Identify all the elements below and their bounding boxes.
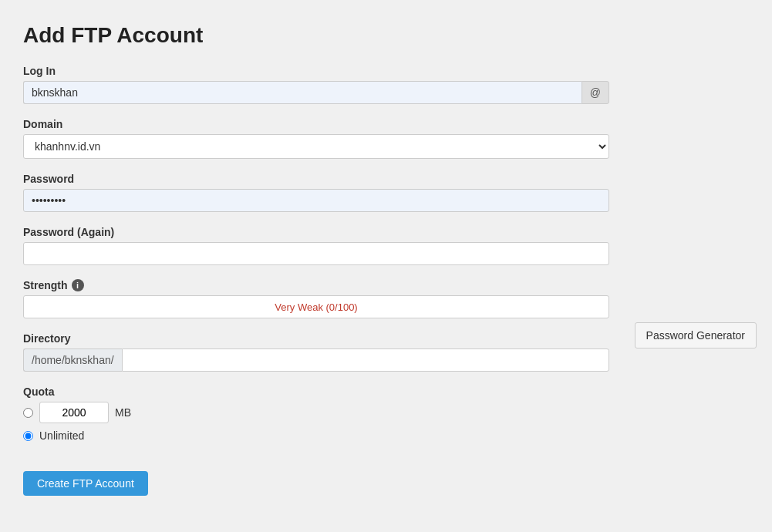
quota-field-group: Quota MB Unlimited [23, 386, 609, 442]
login-label: Log In [23, 65, 609, 77]
login-input-wrapper: @ [23, 81, 609, 104]
password-input[interactable] [23, 189, 609, 212]
password-again-label: Password (Again) [23, 226, 609, 238]
domain-label: Domain [23, 118, 609, 130]
password-generator-button[interactable]: Password Generator [635, 322, 757, 348]
quota-mb-row: MB [23, 402, 609, 423]
password-label: Password [23, 173, 609, 185]
password-again-field-group: Password (Again) [23, 226, 609, 265]
directory-input-wrapper: /home/bknskhan/ [23, 348, 609, 372]
quota-label: Quota [23, 386, 609, 398]
quota-unlimited-row: Unlimited [23, 429, 609, 442]
directory-input[interactable] [122, 348, 609, 372]
quota-unit: MB [115, 406, 131, 419]
strength-field-group: Strength i Very Weak (0/100) [23, 279, 609, 318]
password-again-input[interactable] [23, 242, 609, 265]
page-title: Add FTP Account [23, 23, 749, 48]
at-symbol: @ [582, 81, 609, 104]
login-field-group: Log In @ [23, 65, 609, 104]
password-field-group: Password [23, 173, 609, 212]
directory-field-group: Directory /home/bknskhan/ [23, 332, 609, 372]
strength-label: Strength i [23, 279, 609, 291]
quota-radio-mb[interactable] [23, 408, 33, 418]
directory-prefix: /home/bknskhan/ [23, 348, 122, 372]
quota-input[interactable] [39, 402, 109, 423]
domain-select[interactable]: khanhnv.id.vn [23, 134, 609, 159]
create-ftp-account-button[interactable]: Create FTP Account [23, 471, 148, 496]
quota-radio-unlimited[interactable] [23, 431, 33, 441]
directory-label: Directory [23, 332, 609, 345]
login-input[interactable] [23, 81, 582, 104]
quota-section: MB Unlimited [23, 402, 609, 442]
domain-field-group: Domain khanhnv.id.vn [23, 118, 609, 159]
strength-info-icon[interactable]: i [72, 279, 84, 291]
unlimited-label: Unlimited [39, 429, 84, 442]
strength-value: Very Weak (0/100) [275, 301, 357, 313]
strength-bar: Very Weak (0/100) [23, 295, 609, 318]
